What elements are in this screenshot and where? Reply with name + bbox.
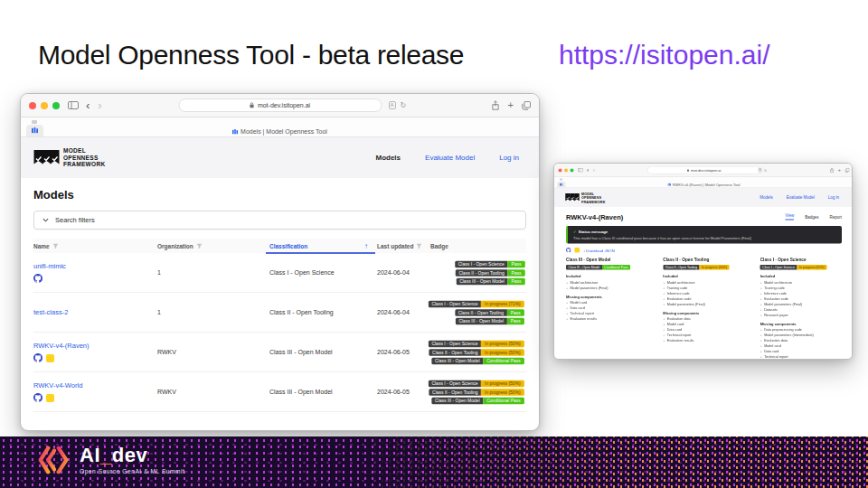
nav-login-link[interactable]: Log in bbox=[828, 195, 839, 200]
last-updated-cell: 2024-06-05 bbox=[377, 349, 430, 355]
classification-cell: Class II - Open Tooling bbox=[269, 309, 377, 315]
badge-class-label: Class I - Open Science bbox=[429, 380, 481, 387]
tab-title-text: Models | Model Openness Tool bbox=[241, 128, 327, 135]
fullscreen-window-button[interactable] bbox=[52, 102, 60, 109]
column-header-organization[interactable]: Organization bbox=[157, 239, 269, 253]
component-item: Research paper bbox=[760, 313, 842, 318]
mof-logo-text: MODEL OPENNESS FRAMEWORK bbox=[581, 192, 606, 204]
nav-models-link[interactable]: Models bbox=[760, 195, 773, 200]
nav-models-link[interactable]: Models bbox=[375, 154, 401, 162]
last-updated-cell: 2024-06-04 bbox=[377, 269, 430, 276]
badge-status: Pass bbox=[507, 260, 524, 267]
model-link[interactable]: test-class-2 bbox=[33, 308, 157, 316]
github-icon[interactable] bbox=[33, 353, 42, 362]
fullscreen-window-button[interactable] bbox=[571, 168, 574, 172]
organization-cell: 1 bbox=[157, 309, 269, 315]
badge-class-label: Class III - Open Model bbox=[456, 317, 507, 324]
model-link[interactable]: RWKV-v4-World bbox=[33, 381, 157, 389]
close-window-button[interactable] bbox=[559, 168, 562, 172]
tab-report[interactable]: Report bbox=[829, 214, 842, 219]
slide-url-link[interactable]: https://isitopen.ai/ bbox=[559, 40, 769, 70]
badge-class-label: Class II - Open Tooling bbox=[455, 269, 506, 277]
huggingface-icon[interactable] bbox=[46, 394, 54, 402]
filter-icon[interactable] bbox=[52, 243, 59, 249]
share-icon[interactable] bbox=[491, 100, 500, 110]
reload-icon[interactable]: ↻ bbox=[764, 168, 767, 173]
badge-status: Pass bbox=[507, 277, 524, 285]
organization-cell: 1 bbox=[157, 269, 269, 276]
nav-evaluate-model-link[interactable]: Evaluate Model bbox=[425, 154, 475, 162]
tab-overview-icon[interactable] bbox=[522, 101, 531, 110]
huggingface-icon[interactable] bbox=[46, 354, 54, 362]
bookmarks-bar-icon bbox=[560, 179, 562, 181]
tab-view[interactable]: View bbox=[786, 213, 795, 221]
component-item: Evaluation results bbox=[566, 316, 647, 322]
huggingface-icon[interactable] bbox=[575, 248, 580, 253]
site-nav: Models Evaluate Model Log in bbox=[760, 195, 843, 200]
minimize-window-button[interactable] bbox=[41, 102, 48, 109]
github-icon[interactable] bbox=[566, 248, 571, 253]
model-link[interactable]: RWKV-v4-(Raven) bbox=[33, 342, 157, 350]
browser-window-models: ‹ › mot-dev.isitopen.ai A ↻ + bbox=[20, 93, 540, 431]
tab-bar: Models | Model Openness Tool bbox=[21, 117, 539, 137]
sidebar-toggle-icon[interactable] bbox=[68, 101, 79, 109]
column-header-last-updated[interactable]: Last updated bbox=[377, 239, 430, 253]
model-name-cell: unifi-mimic bbox=[33, 262, 157, 283]
address-bar[interactable]: mot-dev.isitopen.ai bbox=[178, 99, 382, 112]
missing-heading: Missing components bbox=[566, 295, 647, 299]
missing-list: Model card Data card Technical report Ev… bbox=[566, 300, 647, 322]
back-button[interactable]: ‹ bbox=[587, 167, 589, 174]
sidebar-toggle-icon[interactable] bbox=[578, 168, 583, 173]
tab-badges[interactable]: Badges bbox=[805, 214, 818, 219]
class-columns: Class III - Open Model Class III - Open … bbox=[566, 258, 842, 361]
component-item: Technical report bbox=[760, 354, 842, 360]
minimize-window-button[interactable] bbox=[564, 168, 568, 172]
mof-logo-icon bbox=[33, 149, 58, 166]
active-tab[interactable]: Models | Model Openness Tool bbox=[21, 128, 539, 135]
forward-button[interactable]: › bbox=[98, 99, 101, 111]
mof-logo-text: MODEL OPENNESS FRAMEWORK bbox=[63, 147, 105, 168]
badge-status: Pass bbox=[507, 269, 524, 277]
model-link[interactable]: unifi-mimic bbox=[33, 262, 157, 270]
github-icon[interactable] bbox=[33, 274, 42, 283]
nav-evaluate-model-link[interactable]: Evaluate Model bbox=[787, 195, 815, 200]
filter-icon[interactable] bbox=[416, 243, 422, 249]
toolbar-right-icons: + bbox=[491, 100, 531, 110]
model-name-cell: RWKV-v4-(Raven) bbox=[33, 342, 157, 362]
column-header-classification[interactable]: Classification ↑ bbox=[269, 239, 377, 253]
translate-icon[interactable]: A bbox=[759, 168, 762, 173]
new-tab-icon[interactable]: + bbox=[838, 168, 841, 174]
column-header-name[interactable]: Name bbox=[33, 239, 157, 253]
badge-class-label: Class II - Open Tooling bbox=[455, 309, 506, 316]
badge-status: In progress (50%) bbox=[700, 265, 730, 270]
badge-status: In progress (50%) bbox=[481, 380, 524, 387]
github-icon[interactable] bbox=[33, 393, 42, 402]
address-bar-tools: A ↻ bbox=[389, 101, 407, 109]
toolbar-right-icons: + bbox=[829, 168, 849, 174]
back-button[interactable]: ‹ bbox=[86, 99, 90, 111]
included-heading: Included bbox=[566, 275, 647, 279]
badge-class-label: Class I - Open Science bbox=[429, 300, 481, 307]
filter-icon[interactable] bbox=[196, 243, 203, 249]
badge-status: In progress (71%) bbox=[481, 300, 524, 307]
window-controls bbox=[559, 168, 574, 172]
badge-class-label: Class II - Open Tooling bbox=[429, 389, 481, 396]
address-bar[interactable]: mot-dev.isitopen.ai bbox=[647, 166, 760, 174]
nav-login-link[interactable]: Log in bbox=[499, 154, 519, 162]
translate-icon[interactable]: A bbox=[389, 101, 396, 109]
badge-status: In progress (50%) bbox=[481, 389, 524, 396]
browser-toolbar: ‹ › mot-dev.isitopen.ai A ↻ + bbox=[554, 164, 853, 177]
close-window-button[interactable] bbox=[29, 102, 36, 109]
mof-logo: MODEL OPENNESS FRAMEWORK bbox=[33, 147, 105, 168]
new-tab-icon[interactable]: + bbox=[508, 100, 514, 110]
share-icon[interactable] bbox=[829, 168, 834, 174]
search-filters-panel[interactable]: Search filters bbox=[33, 211, 526, 230]
reload-icon[interactable]: ↻ bbox=[401, 101, 407, 109]
classification-cell: Class III - Open Model bbox=[269, 389, 377, 395]
active-tab[interactable]: RWKV-v4-(Raven) | Model Openness Tool bbox=[554, 183, 853, 187]
download-json-link[interactable]: ↓ Download JSON bbox=[583, 248, 615, 252]
table-header-row: Name Organization Classification ↑ Last … bbox=[33, 239, 526, 253]
forward-button[interactable]: › bbox=[593, 167, 595, 174]
tab-overview-icon[interactable] bbox=[845, 168, 850, 173]
chevron-down-icon bbox=[42, 218, 49, 222]
